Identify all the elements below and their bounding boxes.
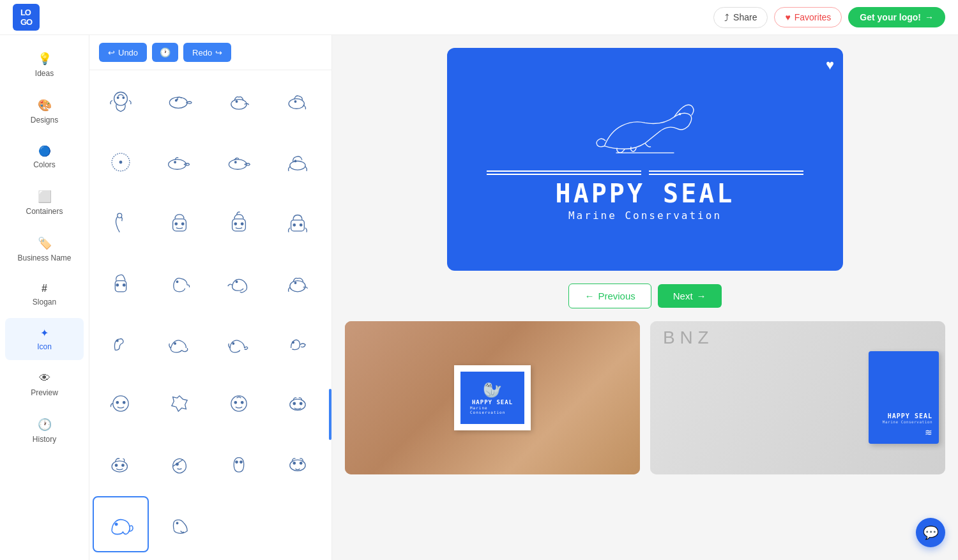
next-button[interactable]: Next → xyxy=(658,284,722,308)
sidebar-item-colors-label: Colors xyxy=(33,160,56,169)
icon-cell[interactable] xyxy=(93,436,149,492)
svg-point-46 xyxy=(290,399,305,410)
sidebar-item-business-name[interactable]: 🏷️ Business Name xyxy=(5,227,84,271)
get-logo-label: Get your logo! xyxy=(860,12,921,22)
sidebar-item-ideas[interactable]: 💡 Ideas xyxy=(5,43,84,87)
icon-cell[interactable] xyxy=(211,315,267,372)
next-label: Next xyxy=(673,291,693,301)
svg-point-53 xyxy=(235,461,237,463)
frame-logo-title: HAPPY SEAL xyxy=(472,399,513,405)
sidebar-item-containers[interactable]: ⬜ Containers xyxy=(5,181,84,225)
sidebar-item-slogan[interactable]: # Slogan xyxy=(5,274,84,315)
frame-inner: 🦭 HAPPY SEAL Marine Conservation xyxy=(460,372,524,424)
icon-cell[interactable] xyxy=(151,73,208,130)
svg-point-3 xyxy=(170,97,188,108)
redo-label: Redo xyxy=(192,48,212,57)
icon-cell[interactable] xyxy=(93,496,149,552)
sidebar-item-icon[interactable]: ✦ Icon xyxy=(5,318,84,360)
arrow-right-icon: → xyxy=(925,12,934,22)
ideas-icon: 💡 xyxy=(38,52,52,66)
svg-point-15 xyxy=(234,161,236,163)
svg-point-5 xyxy=(177,99,178,100)
icon-cell[interactable] xyxy=(151,436,208,492)
notebook-logo: HAPPY SEAL Marine Conservation ≋ xyxy=(883,412,932,437)
icon-cell[interactable] xyxy=(93,134,149,190)
icon-cell[interactable] xyxy=(151,315,208,372)
icon-cell[interactable] xyxy=(270,134,326,190)
icon-cell[interactable] xyxy=(151,194,208,250)
svg-point-9 xyxy=(294,101,296,103)
icon-cell[interactable] xyxy=(93,255,149,311)
logo-seal-image xyxy=(581,96,709,167)
icon-cell[interactable] xyxy=(151,255,208,311)
icon-cell[interactable] xyxy=(151,134,208,190)
sidebar-item-business-name-label: Business Name xyxy=(17,254,71,262)
icon-icon: ✦ xyxy=(40,327,49,339)
svg-point-44 xyxy=(234,402,236,404)
svg-point-24 xyxy=(241,223,243,225)
icon-grid xyxy=(89,70,331,560)
svg-point-39 xyxy=(113,396,128,411)
icon-cell[interactable] xyxy=(93,73,149,130)
notebook-letters-decoration: B N Z xyxy=(663,328,709,348)
logo-subtitle: Marine Conservation xyxy=(568,209,722,222)
svg-point-11 xyxy=(119,161,121,163)
icon-cell[interactable] xyxy=(151,496,208,552)
history-clock-button[interactable]: 🕐 xyxy=(152,43,178,62)
sidebar-item-preview[interactable]: 👁 Preview xyxy=(5,363,84,406)
svg-point-1 xyxy=(117,97,119,99)
redo-button[interactable]: Redo ↪ xyxy=(183,43,231,62)
icon-cell[interactable] xyxy=(270,315,326,372)
designs-icon: 🎨 xyxy=(38,98,52,112)
svg-point-0 xyxy=(114,92,128,105)
icon-cell[interactable] xyxy=(211,134,267,190)
svg-point-33 xyxy=(290,280,305,291)
business-name-icon: 🏷️ xyxy=(38,236,52,250)
icon-cell[interactable] xyxy=(270,194,326,250)
mockup-frame-image: 🦭 HAPPY SEAL Marine Conservation xyxy=(345,321,640,474)
svg-point-18 xyxy=(118,213,122,218)
svg-rect-19 xyxy=(173,219,186,231)
logo-content: HAPPY SEAL Marine Conservation xyxy=(487,96,803,222)
sidebar-item-history-label: History xyxy=(33,435,56,444)
svg-point-41 xyxy=(123,402,125,404)
notebook-logo-title: HAPPY SEAL xyxy=(883,412,932,420)
icon-cell[interactable] xyxy=(270,436,326,492)
icon-cell[interactable] xyxy=(270,73,326,130)
undo-button[interactable]: ↩ Undo xyxy=(99,43,147,62)
chat-button[interactable]: 💬 xyxy=(916,518,945,547)
icon-cell[interactable] xyxy=(93,315,149,372)
heart-icon: ♥ xyxy=(785,12,790,22)
icon-cell[interactable] xyxy=(211,255,267,311)
icon-cell[interactable] xyxy=(93,375,149,432)
favorite-heart-button[interactable]: ♥ xyxy=(826,57,834,73)
favorites-button[interactable]: ♥ Favorites xyxy=(774,7,842,27)
icon-cell[interactable] xyxy=(211,436,267,492)
icon-cell[interactable] xyxy=(270,375,326,432)
sidebar-item-icon-label: Icon xyxy=(37,342,52,351)
sidebar-item-history[interactable]: 🕐 History xyxy=(5,409,84,453)
header-actions: ⤴ Share ♥ Favorites Get your logo! → xyxy=(713,7,945,28)
get-logo-button[interactable]: Get your logo! → xyxy=(848,7,945,27)
svg-point-49 xyxy=(112,461,127,472)
svg-point-14 xyxy=(229,159,247,169)
main-layout: 💡 Ideas 🎨 Designs 🔵 Colors ⬜ Containers … xyxy=(0,35,958,560)
toolbar: ↩ Undo 🕐 Redo ↪ xyxy=(89,35,331,70)
icon-cell[interactable] xyxy=(270,255,326,311)
frame-outer: 🦭 HAPPY SEAL Marine Conservation xyxy=(454,365,531,430)
share-button[interactable]: ⤴ Share xyxy=(713,7,768,28)
icon-cell[interactable] xyxy=(151,375,208,432)
icon-cell[interactable] xyxy=(211,194,267,250)
sidebar-item-designs[interactable]: 🎨 Designs xyxy=(5,89,84,133)
svg-point-16 xyxy=(290,161,305,170)
redo-icon: ↪ xyxy=(215,48,222,57)
svg-point-58 xyxy=(115,524,117,526)
sidebar-item-colors[interactable]: 🔵 Colors xyxy=(5,136,84,178)
svg-point-38 xyxy=(293,341,294,343)
notebook-logo-sub: Marine Conservation xyxy=(883,420,932,424)
icon-cell[interactable] xyxy=(93,194,149,250)
icon-cell[interactable] xyxy=(211,375,267,432)
undo-icon: ↩ xyxy=(108,48,115,57)
icon-cell[interactable] xyxy=(211,73,267,130)
previous-button[interactable]: ← Previous xyxy=(568,284,651,308)
